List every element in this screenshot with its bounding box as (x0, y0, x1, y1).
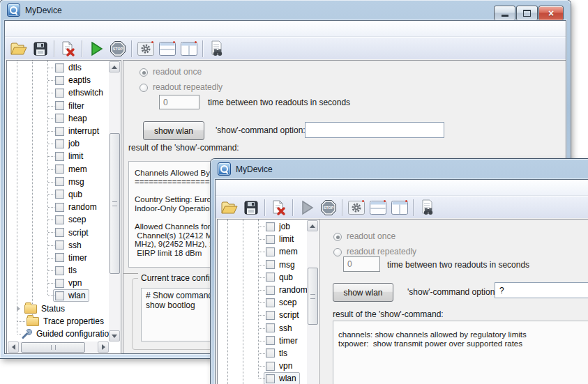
checkbox[interactable] (55, 291, 64, 300)
tree-item[interactable]: mem (218, 245, 307, 258)
show-command-option-input[interactable]: ? (495, 282, 588, 298)
tree-item[interactable]: random (218, 284, 307, 296)
checkbox[interactable] (266, 374, 275, 383)
scroll-up-button[interactable] (109, 61, 120, 72)
readout-repeatedly-radio[interactable] (140, 84, 148, 92)
interval-input[interactable]: 0 (159, 95, 199, 109)
menu-item[interactable] (262, 185, 276, 190)
tree-item[interactable]: mem (8, 163, 109, 176)
menu-item[interactable] (65, 26, 79, 31)
menu-item[interactable] (276, 185, 289, 190)
menu-item[interactable] (248, 185, 262, 190)
tree-item[interactable]: tls (218, 347, 307, 360)
delete-trace-button[interactable] (57, 39, 79, 59)
checkbox[interactable] (55, 266, 64, 275)
split-horizontal-button[interactable] (367, 198, 389, 217)
checkbox[interactable] (266, 336, 275, 345)
checkbox[interactable] (55, 228, 64, 237)
menu-item[interactable] (234, 185, 248, 190)
stop-trace-button[interactable]: STOP (317, 198, 339, 217)
checkbox[interactable] (55, 203, 64, 212)
close-button[interactable]: × (538, 6, 564, 21)
open-button[interactable] (218, 198, 240, 217)
expand-arrow-icon[interactable] (17, 306, 20, 312)
tree-item[interactable]: random (8, 201, 109, 213)
find-in-trace-button[interactable] (416, 198, 438, 217)
tree-item[interactable]: limit (218, 233, 307, 245)
titlebar[interactable]: MyDevice (211, 159, 588, 179)
open-button[interactable] (8, 39, 29, 59)
checkbox[interactable] (55, 177, 64, 186)
maximize-button[interactable] (516, 6, 538, 21)
scrollbar-thumb[interactable] (21, 342, 85, 353)
start-trace-button[interactable] (85, 39, 107, 59)
trace-settings-button[interactable] (345, 198, 367, 217)
checkbox[interactable] (55, 164, 64, 174)
checkbox[interactable] (266, 260, 275, 269)
tree-item[interactable]: qub (8, 188, 109, 201)
scrollbar-thumb[interactable] (308, 268, 318, 325)
menu-item[interactable] (37, 26, 51, 31)
checkbox[interactable] (55, 89, 64, 98)
tree-item[interactable]: ssh (218, 322, 307, 335)
titlebar[interactable]: MyDevice × (0, 0, 571, 20)
show-wlan-button[interactable]: show wlan (143, 121, 204, 140)
checkbox[interactable] (266, 286, 275, 295)
readout-repeatedly-radio[interactable] (333, 248, 342, 256)
checkbox[interactable] (266, 311, 275, 320)
tree-item[interactable]: timer (218, 335, 307, 347)
checkbox[interactable] (266, 222, 275, 231)
tree-item[interactable]: scep (8, 213, 109, 226)
checkbox[interactable] (55, 152, 64, 161)
save-button[interactable] (240, 198, 262, 217)
tree-item[interactable]: Trace properties (8, 315, 109, 328)
split-vertical-button[interactable] (178, 39, 199, 59)
tree-item[interactable]: qub (218, 271, 307, 284)
tree-item[interactable]: msg (218, 259, 307, 271)
show-command-option-input[interactable] (305, 122, 444, 138)
scroll-left-button[interactable] (8, 341, 19, 353)
result-output[interactable]: channels: show channels allowed by regul… (333, 321, 588, 384)
checkbox[interactable] (55, 63, 64, 72)
checkbox[interactable] (266, 272, 275, 282)
stop-trace-button[interactable]: STOP (107, 39, 128, 59)
tree-item[interactable]: eaptls (8, 74, 109, 86)
show-wlan-button[interactable]: show wlan (333, 283, 393, 302)
tree-item[interactable]: ssh (8, 239, 109, 252)
checkbox[interactable] (55, 101, 64, 110)
checkbox[interactable] (55, 76, 64, 85)
tree-item[interactable]: tls (8, 264, 109, 277)
scroll-up-button[interactable] (307, 220, 318, 231)
tree-item[interactable]: script (218, 309, 307, 321)
tree-item[interactable]: scep (218, 296, 307, 309)
delete-trace-button[interactable] (268, 198, 289, 217)
tree-item[interactable]: Status (8, 302, 109, 315)
interval-input[interactable]: 0 (343, 256, 380, 272)
readout-once-radio[interactable] (333, 233, 342, 241)
tree-item[interactable]: job (8, 137, 109, 150)
tree-item[interactable]: wlan (8, 289, 109, 302)
tree-item[interactable]: dtls (8, 61, 109, 74)
scroll-down-button[interactable] (109, 330, 120, 341)
trace-settings-button[interactable] (135, 39, 156, 59)
menu-item[interactable] (9, 26, 23, 31)
checkbox[interactable] (55, 253, 64, 262)
scroll-right-button[interactable] (98, 341, 109, 353)
start-trace-button[interactable] (296, 198, 317, 217)
checkbox[interactable] (266, 362, 275, 371)
tree-item[interactable]: job (218, 220, 307, 233)
tree-vertical-scrollbar[interactable] (109, 61, 120, 341)
checkbox[interactable] (55, 190, 64, 199)
checkbox[interactable] (266, 323, 275, 332)
checkbox[interactable] (55, 215, 64, 224)
checkbox[interactable] (55, 139, 64, 148)
tree-vertical-scrollbar[interactable] (307, 220, 318, 384)
tree-item[interactable]: script (8, 226, 109, 238)
menu-item[interactable] (23, 26, 37, 31)
split-horizontal-button[interactable] (156, 39, 178, 59)
tree-item[interactable]: heap (8, 112, 109, 125)
tree-item[interactable]: limit (8, 150, 109, 162)
checkbox[interactable] (266, 247, 275, 256)
checkbox[interactable] (266, 235, 275, 244)
tree-item[interactable]: vpn (8, 277, 109, 289)
